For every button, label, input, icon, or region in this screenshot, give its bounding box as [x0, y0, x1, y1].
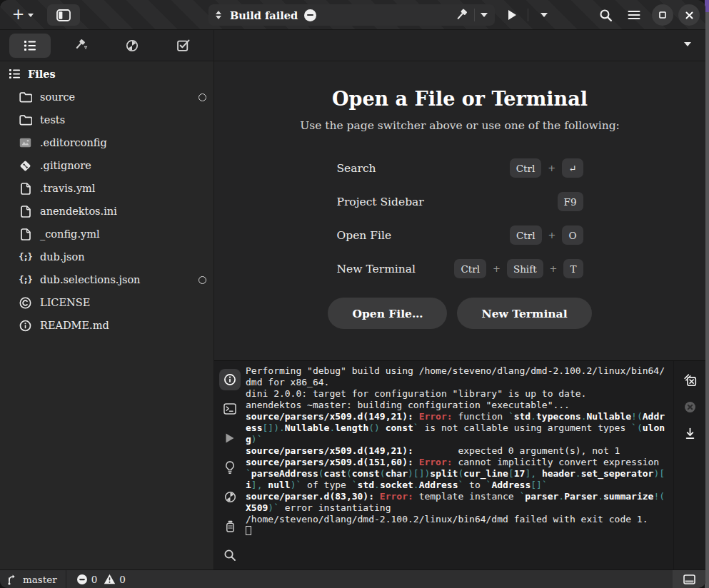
page-options-caret-icon[interactable] — [684, 42, 691, 46]
toggle-bottom-panel-button[interactable] — [673, 570, 705, 588]
switcher-profiler-button[interactable] — [111, 34, 153, 58]
download-icon — [684, 427, 696, 440]
build-log-output: Performing "debug" build using /home/ste… — [246, 361, 673, 569]
files-list-icon — [24, 40, 36, 51]
run-output-tab[interactable] — [219, 427, 241, 449]
page-subtitle: Use the page switcher above or use one o… — [214, 119, 705, 132]
file-row-dub.json[interactable]: {;}dub.json — [0, 245, 213, 268]
file-row-_config.yml[interactable]: _config.yml — [0, 223, 213, 245]
file-row-tests[interactable]: tests — [0, 108, 213, 131]
shortcut-label: Open File — [337, 229, 392, 242]
file-row-.editorconfig[interactable]: .editorconfig — [0, 131, 213, 154]
file-name: _config.yml — [40, 228, 100, 240]
save-log-button[interactable] — [679, 423, 700, 445]
file-row-LICENSE[interactable]: LICENSE — [0, 291, 213, 314]
new-document-button[interactable]: + — [6, 4, 40, 26]
console-line: X509)` error instantiating — [246, 502, 672, 514]
profiler-tab[interactable] — [219, 486, 241, 507]
keycap: ↵ — [562, 158, 583, 178]
file-row-anendektos.ini[interactable]: anendektos.ini — [0, 200, 213, 223]
headerbar: + Build failed — [0, 0, 705, 30]
error-count: 0 — [91, 574, 98, 585]
console-line: dmd for x86_64. — [246, 377, 672, 388]
keycap: F9 — [558, 192, 583, 211]
diagnostics-tab[interactable] — [219, 457, 241, 478]
file-name: .editorconfig — [40, 137, 107, 148]
menu-hamburger-icon — [628, 10, 640, 20]
clear-stack-icon — [683, 373, 697, 387]
sidebar-toggle-icon — [56, 9, 71, 21]
hammer-icon[interactable] — [456, 9, 468, 21]
files-section-header[interactable]: Files — [0, 61, 213, 86]
open-file-button[interactable]: Open File… — [328, 298, 447, 329]
toggle-left-panel-button[interactable] — [47, 4, 80, 26]
terminal-icon — [223, 403, 236, 415]
build-output-panel: Performing "debug" build using /home/ste… — [214, 360, 705, 569]
build-log-tab[interactable] — [219, 369, 241, 390]
file-name: README.md — [40, 320, 109, 331]
build-options-caret-icon[interactable] — [481, 13, 488, 17]
console-line: /home/steveno/dlang/dmd-2.100.2/linux/bi… — [246, 514, 672, 525]
keycap: O — [562, 225, 583, 245]
run-button[interactable] — [501, 4, 523, 26]
key-plus-separator: + — [548, 230, 556, 240]
build-failed-minus-icon — [304, 9, 316, 21]
separator — [474, 9, 475, 21]
main-area: Open a File or Terminal Use the page swi… — [214, 61, 705, 569]
files-list-icon — [9, 69, 21, 79]
panel-right-rail — [673, 361, 705, 569]
omnibar-build-status[interactable]: Build failed — [208, 4, 495, 26]
plus-icon: + — [12, 7, 25, 22]
terminal-tab[interactable] — [219, 398, 241, 420]
console-line: source/parser.d(83,30): Error: template … — [246, 491, 672, 502]
file-row-dub.selections.json[interactable]: {;}dub.selections.json — [0, 268, 213, 291]
close-window-button[interactable] — [678, 4, 700, 26]
file-row-.travis.yml[interactable]: .travis.yml — [0, 177, 213, 200]
branch-name: master — [23, 574, 57, 585]
file-name: dub.json — [40, 251, 85, 263]
diagnostics-counts[interactable]: 0 0 — [66, 570, 139, 588]
clear-log-button[interactable] — [679, 369, 700, 390]
file-name: tests — [40, 114, 65, 126]
file-tree: sourcetests.editorconfig.gitignore.travi… — [0, 86, 213, 337]
global-search-button[interactable] — [594, 4, 617, 26]
container-tab[interactable] — [219, 515, 241, 537]
file-row-README.md[interactable]: README.md — [0, 314, 213, 337]
switcher-build-button[interactable] — [61, 34, 102, 58]
new-terminal-button[interactable]: New Terminal — [457, 298, 591, 329]
modified-indicator-icon — [198, 276, 206, 284]
stop-build-button[interactable] — [679, 396, 700, 417]
file-name: .travis.yml — [40, 183, 95, 194]
console-line: anendektos ~master: building configurati… — [246, 400, 672, 411]
maximize-window-button[interactable] — [652, 4, 673, 26]
subheader — [0, 30, 705, 61]
keycap: T — [563, 259, 583, 278]
run-options-button[interactable] — [533, 4, 555, 26]
omni-chevrons-icon — [216, 11, 221, 19]
keycap: Shift — [507, 259, 543, 278]
search-icon — [223, 549, 236, 562]
play-icon — [508, 10, 516, 20]
panel-search-button[interactable] — [219, 544, 241, 566]
sidebar-page-switcher — [0, 30, 214, 61]
branch-button[interactable]: master — [0, 570, 66, 588]
file-row-source[interactable]: source — [0, 86, 213, 108]
switcher-files-button[interactable] — [9, 34, 51, 58]
console-line — [246, 525, 672, 537]
file-name: source — [40, 91, 75, 103]
profiler-pie-icon — [126, 39, 139, 52]
file-row-.gitignore[interactable]: .gitignore — [0, 154, 213, 177]
search-icon — [599, 9, 613, 22]
shortcut-label: Project Sidebar — [337, 196, 424, 208]
switcher-todo-button[interactable] — [163, 34, 204, 58]
warning-triangle-icon — [104, 574, 116, 584]
console-line: source/parsers/x509.d(149,21): expected … — [246, 445, 672, 457]
primary-menu-button[interactable] — [623, 4, 645, 26]
gnome-builder-window: + Build failed — [0, 0, 705, 588]
file-name: LICENSE — [40, 297, 90, 308]
build-status-label: Build failed — [230, 9, 298, 21]
file-name: anendektos.ini — [40, 206, 117, 217]
shortcut-list: SearchCtrl+↵Project SidebarF9Open FileCt… — [337, 151, 583, 285]
close-icon — [685, 11, 693, 19]
json-icon: {;} — [19, 274, 32, 286]
